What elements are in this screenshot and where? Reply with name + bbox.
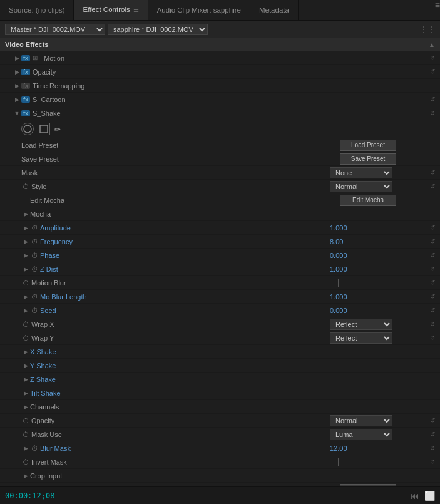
step-back-icon[interactable]: ⏮ <box>411 491 419 501</box>
z-dist-reset[interactable]: ↺ <box>427 264 437 274</box>
mo-blur-length-reset[interactable]: ↺ <box>427 292 437 302</box>
motion-blur-reset[interactable]: ↺ <box>427 278 437 288</box>
motion-reset[interactable]: ↺ <box>427 53 437 63</box>
amplitude-value[interactable]: 1.000 <box>330 224 358 232</box>
style-reset[interactable]: ↺ <box>427 182 437 192</box>
mo-blur-length-value[interactable]: 1.000 <box>330 293 358 301</box>
x-shake-chevron[interactable]: ▶ <box>21 347 30 356</box>
tab-audio-clip-mixer[interactable]: Audio Clip Mixer: sapphire <box>148 0 250 20</box>
y-shake-row: ▶ Y Shake <box>0 359 440 373</box>
motion-blur-stopwatch[interactable]: ⏱ <box>21 279 30 287</box>
sapphire-clip-select[interactable]: sapphire * DJI_0002.MOV <box>108 24 208 35</box>
edit-mocha-button[interactable]: Edit Mocha <box>340 195 396 206</box>
frequency-chevron[interactable]: ▶ <box>21 237 30 246</box>
opacity2-select[interactable]: Normal Multiply Add <box>330 415 392 426</box>
motion-chevron[interactable]: ▶ <box>13 54 21 63</box>
mask-select[interactable]: None <box>330 167 392 178</box>
master-bar: Master * DJI_0002.MOV sapphire * DJI_000… <box>0 21 440 38</box>
frequency-reset[interactable]: ↺ <box>427 237 437 247</box>
seed-value[interactable]: 0.000 <box>330 307 358 314</box>
seed-chevron[interactable]: ▶ <box>21 306 30 315</box>
z-dist-stopwatch[interactable]: ⏱ <box>30 265 39 274</box>
s-shake-chevron[interactable]: ▼ <box>13 109 21 118</box>
wrap-y-select[interactable]: Reflect Tile Black <box>330 332 392 344</box>
blur-mask-reset[interactable]: ↺ <box>427 443 437 453</box>
master-clip-select[interactable]: Master * DJI_0002.MOV <box>5 24 105 35</box>
mo-blur-length-chevron[interactable]: ▶ <box>21 292 30 301</box>
opacity-chevron[interactable]: ▶ <box>13 68 21 76</box>
style-select[interactable]: Normal Smooth <box>330 181 392 192</box>
invert-mask-stopwatch[interactable]: ⏱ <box>21 458 30 466</box>
master-panel-menu[interactable]: ⋮⋮ <box>420 25 435 34</box>
tab-source[interactable]: Source: (no clips) <box>0 0 74 20</box>
time-remap-chevron[interactable]: ▶ <box>13 81 21 90</box>
phase-reset[interactable]: ↺ <box>427 250 437 260</box>
pen-tool-icon[interactable]: ✏ <box>54 125 61 134</box>
s-cartoon-label: S_Cartoon <box>33 96 66 103</box>
y-shake-chevron[interactable]: ▶ <box>21 361 30 370</box>
s-shake-reset[interactable]: ↺ <box>427 108 437 118</box>
tab-effect-controls[interactable]: Effect Controls ☰ <box>74 0 148 20</box>
amplitude-reset[interactable]: ↺ <box>427 223 437 233</box>
time-remap-row: ▶ fx Time Remapping <box>0 79 440 93</box>
phase-chevron[interactable]: ▶ <box>21 251 30 260</box>
wrap-x-select[interactable]: Reflect Tile Black <box>330 319 392 330</box>
motion-fx-badge: fx <box>21 55 30 61</box>
blur-mask-value[interactable]: 12.00 <box>330 445 358 452</box>
save-preset-button[interactable]: Save Preset <box>340 153 396 165</box>
style-stopwatch[interactable]: ⏱ <box>21 182 30 191</box>
blur-mask-stopwatch[interactable]: ⏱ <box>30 444 39 453</box>
timecode-display: 00:00:12;08 <box>5 491 54 500</box>
mask-use-stopwatch[interactable]: ⏱ <box>21 430 30 439</box>
motion-row: ▶ fx ⊞ Motion ↺ <box>0 51 440 65</box>
wrap-x-row: ⏱ Wrap X Reflect Tile Black ↺ <box>0 317 440 331</box>
status-bar: 00:00:12;08 ⏮ ⬜ <box>0 486 440 504</box>
circle-mask-icon[interactable] <box>21 123 34 135</box>
motion-blur-checkbox[interactable] <box>330 279 339 287</box>
mask-use-reset[interactable]: ↺ <box>427 429 437 440</box>
mo-blur-length-stopwatch[interactable]: ⏱ <box>30 292 39 301</box>
export-icon[interactable]: ⬜ <box>424 491 435 501</box>
tab-menu-icon[interactable]: ☰ <box>133 6 139 13</box>
frequency-row: ▶ ⏱ Frequency 8.00 ↺ <box>0 235 440 249</box>
wrap-y-stopwatch[interactable]: ⏱ <box>21 334 30 342</box>
opacity-reset[interactable]: ↺ <box>427 67 437 77</box>
phase-value[interactable]: 0.000 <box>330 252 358 259</box>
amplitude-chevron[interactable]: ▶ <box>21 224 30 232</box>
invert-mask-row: ⏱ Invert Mask ↺ <box>0 455 440 469</box>
blur-mask-chevron[interactable]: ▶ <box>21 444 30 453</box>
scroll-up-icon[interactable]: ▲ <box>429 41 435 48</box>
mask-use-select[interactable]: Luma Alpha <box>330 429 392 440</box>
frequency-value[interactable]: 8.00 <box>330 238 358 245</box>
opacity2-stopwatch[interactable]: ⏱ <box>21 416 30 425</box>
seed-stopwatch[interactable]: ⏱ <box>30 306 39 315</box>
mask-reset[interactable]: ↺ <box>427 168 437 178</box>
z-dist-chevron[interactable]: ▶ <box>21 265 30 274</box>
mocha-chevron[interactable]: ▶ <box>21 210 30 219</box>
wrap-x-stopwatch[interactable]: ⏱ <box>21 320 30 329</box>
invert-mask-reset[interactable]: ↺ <box>427 457 437 467</box>
opacity-label: Opacity <box>33 68 56 76</box>
frequency-stopwatch[interactable]: ⏱ <box>30 237 39 246</box>
opacity2-reset[interactable]: ↺ <box>427 416 437 426</box>
crop-input-chevron[interactable]: ▶ <box>21 471 30 480</box>
phase-stopwatch[interactable]: ⏱ <box>30 251 39 260</box>
invert-mask-checkbox[interactable] <box>330 458 339 466</box>
tilt-shake-chevron[interactable]: ▶ <box>21 389 30 398</box>
load-preset-button[interactable]: Load Preset <box>340 140 396 151</box>
tab-metadata[interactable]: Metadata <box>250 0 299 20</box>
panel-menu-icon[interactable]: ≡ <box>435 0 440 20</box>
amplitude-stopwatch[interactable]: ⏱ <box>30 224 39 232</box>
tilt-shake-label: Tilt Shake <box>30 389 61 397</box>
wrap-y-reset[interactable]: ↺ <box>427 333 437 343</box>
seed-reset[interactable]: ↺ <box>427 306 437 316</box>
rect-mask-icon[interactable] <box>38 123 50 135</box>
mocha-label: Mocha <box>30 210 51 218</box>
z-dist-value[interactable]: 1.000 <box>330 265 358 273</box>
s-cartoon-chevron[interactable]: ▶ <box>13 95 21 104</box>
channels-label: Channels <box>30 403 59 411</box>
channels-chevron[interactable]: ▶ <box>21 403 30 411</box>
s-cartoon-reset[interactable]: ↺ <box>427 95 437 105</box>
wrap-x-reset[interactable]: ↺ <box>427 319 437 329</box>
z-shake-chevron[interactable]: ▶ <box>21 375 30 384</box>
